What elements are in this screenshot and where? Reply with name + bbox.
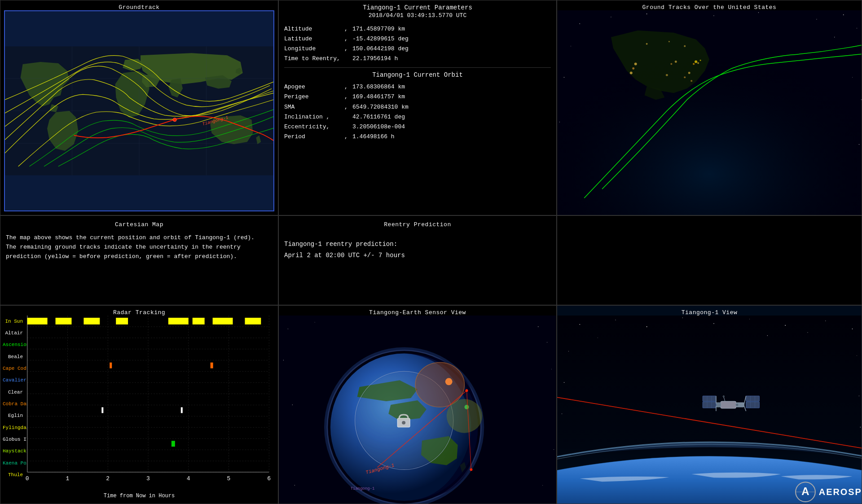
svg-point-30 (684, 76, 686, 78)
svg-point-93 (554, 449, 554, 450)
us-map-svg (557, 10, 862, 215)
svg-point-26 (693, 63, 695, 65)
svg-text:0: 0 (26, 475, 29, 481)
svg-point-19 (857, 28, 857, 28)
svg-text:1: 1 (66, 475, 70, 481)
groundtracks-us-title: Ground Tracks Over the United States (557, 2, 862, 13)
reentry-line2: April 2 at 02:00 UTC +/- 7 hours (284, 250, 551, 261)
svg-rect-76 (168, 318, 189, 324)
svg-point-108 (402, 421, 405, 425)
svg-point-27 (697, 62, 699, 64)
svg-point-125 (857, 355, 857, 356)
radar-label-thule: Thule (3, 473, 23, 478)
svg-point-12 (646, 13, 647, 14)
tiangong-view-svg: A AEROSPACE (557, 316, 862, 504)
svg-point-23 (559, 122, 560, 122)
svg-point-25 (695, 61, 697, 63)
svg-point-132 (807, 332, 808, 333)
groundtrack-cell: Groundtrack (0, 0, 278, 215)
svg-rect-79 (245, 318, 261, 324)
radar-label-cobradane: Cobra Dane (3, 402, 23, 407)
svg-point-92 (292, 404, 293, 405)
svg-rect-72 (27, 318, 48, 324)
tiangong-view-container: A AEROSPACE (557, 316, 862, 504)
svg-point-13 (713, 15, 714, 16)
svg-point-120 (749, 319, 750, 319)
svg-rect-77 (193, 318, 205, 324)
svg-text:6: 6 (267, 475, 271, 481)
svg-point-1 (173, 118, 176, 122)
sensor-view-cell: Tiangong-Earth Sensor View (278, 305, 557, 504)
svg-point-87 (315, 322, 315, 322)
svg-point-20 (564, 77, 565, 78)
svg-point-24 (859, 144, 860, 145)
radar-label-altair: Altair (3, 331, 23, 336)
radar-label-insun: In Sun (3, 319, 23, 324)
radar-label-kaena: Kaena Point (3, 461, 23, 466)
svg-point-123 (852, 329, 853, 329)
svg-rect-73 (56, 318, 72, 324)
radar-label-eglin: Eglin (3, 413, 23, 418)
svg-point-28 (700, 60, 701, 61)
svg-point-95 (295, 485, 295, 485)
sensor-view-title: Tiangong-Earth Sensor View (279, 307, 556, 318)
svg-point-88 (538, 326, 539, 327)
svg-rect-83 (181, 407, 183, 413)
radar-axis-label: Time from Now in Hours (104, 493, 175, 499)
svg-point-89 (547, 342, 547, 342)
radar-chart-container: 0 1 2 3 4 5 6 (23, 316, 273, 481)
svg-point-16 (843, 14, 844, 15)
svg-point-17 (571, 46, 571, 46)
tiangong-view-cell: Tiangong-1 View (557, 305, 862, 504)
svg-rect-141 (746, 396, 760, 401)
svg-point-86 (288, 329, 288, 329)
svg-point-94 (542, 485, 543, 486)
svg-point-122 (825, 320, 826, 321)
svg-text:4: 4 (187, 475, 190, 481)
svg-point-32 (670, 63, 672, 65)
svg-point-127 (859, 395, 859, 396)
orbit-title: Tiangong-1 Current Orbit (284, 67, 551, 79)
svg-rect-134 (721, 401, 736, 408)
svg-point-105 (447, 399, 483, 433)
svg-point-11 (611, 17, 611, 17)
cartesian-title: Cartesian Map (6, 219, 273, 230)
reentry-line1: Tiangong-1 reentry prediction: (284, 239, 551, 250)
svg-text:Tiangong-1: Tiangong-1 (351, 486, 375, 491)
radar-label-capecod: Cape Cod (3, 366, 23, 371)
svg-point-129 (860, 427, 861, 428)
world-map-svg: Tiangong-1 (5, 11, 273, 210)
svg-point-130 (598, 337, 598, 338)
svg-point-91 (551, 369, 552, 369)
svg-point-128 (562, 413, 562, 414)
us-map-container (557, 10, 862, 215)
svg-point-35 (630, 71, 633, 74)
svg-point-37 (690, 80, 692, 82)
svg-point-124 (568, 351, 569, 351)
radar-title: Radar Tracking (0, 307, 278, 318)
aerospace-text: AEROSPACE (819, 487, 862, 497)
map-container: Tiangong-1 (4, 10, 274, 211)
svg-point-29 (688, 72, 690, 74)
svg-point-33 (634, 62, 637, 65)
us-right-cell (557, 215, 862, 305)
radar-label-ascension: Ascension (3, 342, 23, 347)
svg-rect-84 (172, 441, 175, 447)
svg-rect-75 (116, 318, 128, 324)
cartesian-description: The map above shows the current position… (6, 233, 273, 261)
svg-point-21 (852, 77, 853, 78)
reentry-title: Reentry Prediction (284, 219, 551, 230)
svg-point-31 (675, 61, 677, 63)
radar-label-fylingdales: Fylingdales (3, 425, 23, 430)
groundtracks-us-cell: Ground Tracks Over the United States (557, 0, 862, 215)
svg-rect-78 (213, 318, 233, 324)
param-table: Altitude,171.45897709 km Latitude,-15.42… (284, 24, 551, 64)
svg-text:5: 5 (227, 475, 231, 481)
svg-rect-81 (211, 363, 213, 368)
svg-point-36 (666, 74, 668, 76)
svg-point-115 (580, 324, 581, 325)
svg-point-40 (684, 45, 686, 47)
groundtrack-title: Groundtrack (0, 2, 278, 13)
orbit-table: Apogee,173.68306864 km Perigee,169.48461… (284, 82, 551, 142)
svg-rect-82 (101, 407, 103, 413)
